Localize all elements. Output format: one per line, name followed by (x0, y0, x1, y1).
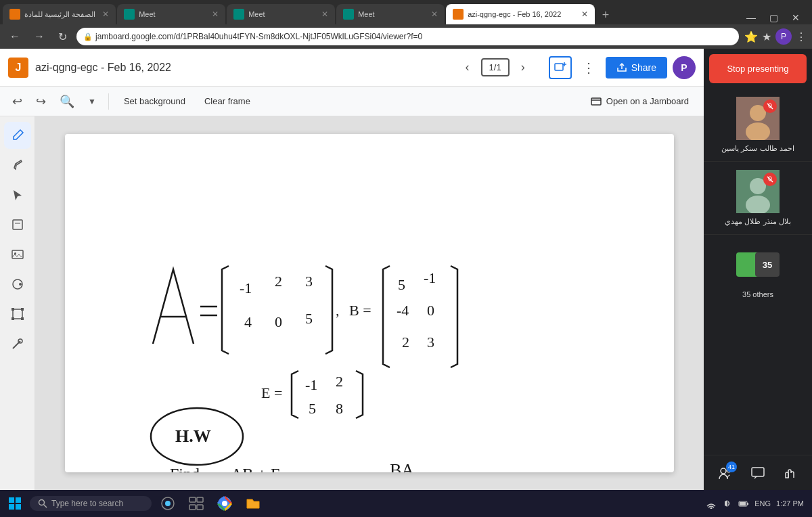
jamboard-logo: J (8, 58, 28, 78)
zoom-dropdown[interactable]: ▼ (84, 91, 100, 112)
back-button[interactable]: ← (5, 29, 24, 44)
svg-rect-13 (21, 308, 24, 311)
set-background-button[interactable]: Set background (117, 93, 192, 109)
share-icon (616, 62, 627, 73)
bookmark-icon[interactable]: ★ (762, 30, 771, 43)
tab-4-close[interactable]: ✕ (431, 9, 438, 19)
share-label: Share (631, 62, 656, 73)
svg-text:-1: -1 (305, 376, 317, 393)
tab-active-favicon (453, 9, 464, 20)
share-button[interactable]: Share (606, 57, 667, 78)
address-bar[interactable]: 🔒 jamboard.google.com/d/1PRBal40uhu4tFYN… (76, 28, 739, 45)
transform-tool[interactable] (4, 300, 31, 328)
circle-tool[interactable] (4, 271, 31, 298)
tab-active[interactable]: azi-qgng-egc - Feb 16, 2022 ✕ (446, 4, 595, 24)
menu-icon[interactable]: ⋮ (796, 30, 807, 43)
sticky-note-tool[interactable] (4, 211, 31, 238)
refresh-button[interactable]: ↻ (54, 29, 71, 45)
language-indicator: ENG (754, 499, 771, 508)
laser-tool[interactable] (4, 330, 31, 357)
next-slide-button[interactable]: › (512, 57, 534, 78)
taskbar-search[interactable]: Type here to search (30, 496, 152, 511)
slide-navigation: ‹ 1/1 › (457, 57, 534, 78)
svg-rect-68 (189, 497, 196, 502)
undo-button[interactable]: ↩ (8, 91, 26, 112)
svg-rect-0 (555, 64, 563, 70)
taskbar-chrome[interactable] (211, 491, 238, 516)
tab-3-close[interactable]: ✕ (321, 9, 328, 19)
svg-text:E =: E = (261, 384, 282, 401)
svg-rect-76 (747, 503, 748, 505)
tab-2[interactable]: Meet ✕ (117, 4, 225, 24)
svg-text:8: 8 (336, 400, 343, 417)
marker-tool[interactable] (4, 152, 31, 179)
extensions-icon[interactable]: ⭐ (744, 30, 758, 43)
user-avatar[interactable]: P (673, 56, 696, 79)
address-text: jamboard.google.com/d/1PRBal40uhu4tFYN-S… (95, 32, 422, 41)
browser-toolbar-icons: ⭐ ★ P ⋮ (744, 28, 807, 45)
page-indicator: 1/1 (481, 58, 510, 76)
tab-4-favicon (343, 9, 354, 20)
svg-rect-62 (9, 504, 14, 510)
people-button[interactable]: 41 (718, 466, 733, 480)
taskbar-files[interactable] (240, 491, 267, 516)
more-options-button[interactable]: ⋮ (577, 56, 600, 79)
image-tool[interactable] (4, 241, 31, 268)
minimize-button[interactable]: — (742, 11, 760, 24)
zoom-button[interactable]: 🔍 (55, 91, 78, 112)
start-button[interactable] (3, 491, 27, 516)
tab-1-close[interactable]: ✕ (102, 9, 109, 19)
svg-rect-70 (189, 505, 196, 510)
select-tool[interactable] (4, 181, 31, 208)
taskbar: Type here to search (0, 490, 812, 517)
svg-rect-61 (16, 497, 21, 503)
svg-rect-3 (591, 98, 601, 105)
raise-hand-button[interactable] (783, 466, 798, 480)
tab-1-title: الصفحة الرئيسية للمادة (24, 10, 95, 19)
stop-presenting-button[interactable]: Stop presenting (709, 54, 807, 83)
svg-line-50 (767, 104, 773, 109)
close-button[interactable]: ✕ (788, 11, 804, 24)
volume-icon (722, 498, 733, 509)
svg-rect-5 (13, 220, 22, 229)
tab-active-close[interactable]: ✕ (581, 9, 588, 19)
jam-toolbar: ↩ ↪ 🔍 ▼ Set background Clear frame Open … (0, 87, 704, 116)
clear-frame-button[interactable]: Clear frame (198, 93, 257, 109)
whiteboard-canvas[interactable]: -1 2 3 4 0 5 , B = (65, 134, 674, 472)
svg-point-10 (19, 283, 22, 286)
forward-button[interactable]: → (30, 29, 49, 44)
maximize-button[interactable]: ▢ (765, 11, 782, 24)
canvas-wrapper[interactable]: -1 2 3 4 0 5 , B = (35, 116, 704, 490)
svg-rect-69 (197, 497, 203, 502)
taskbar-item-1[interactable] (154, 491, 181, 516)
open-on-jamboard-button[interactable]: Open on a Jamboard (583, 93, 696, 110)
jamboard-main: J azi-qgng-egc - Feb 16, 2022 ‹ 1/1 › (0, 49, 704, 490)
participant-others: 35 35 others (704, 235, 812, 307)
clear-frame-label: Clear frame (204, 96, 250, 106)
tab-2-close[interactable]: ✕ (212, 9, 219, 19)
jam-actions: ⋮ Share P (549, 56, 696, 79)
left-tools (0, 116, 35, 490)
app-area: J azi-qgng-egc - Feb 16, 2022 ‹ 1/1 › (0, 49, 812, 490)
new-tab-button[interactable]: + (596, 5, 615, 24)
chat-icon (750, 466, 765, 480)
tab-4[interactable]: Meet ✕ (336, 4, 445, 24)
taskbar-item-2[interactable] (183, 491, 210, 516)
redo-button[interactable]: ↪ (32, 91, 50, 112)
search-placeholder: Type here to search (51, 499, 123, 508)
prev-slide-button[interactable]: ‹ (457, 57, 478, 78)
circle-icon (11, 277, 24, 291)
participant-2-mute-indicator (763, 173, 777, 186)
svg-point-8 (14, 252, 16, 254)
svg-text:5: 5 (309, 400, 316, 417)
svg-text:4: 4 (244, 313, 252, 330)
svg-point-57 (721, 468, 726, 474)
chat-button[interactable] (750, 466, 765, 480)
pen-tool[interactable] (4, 122, 31, 149)
clock: 1:27 PM (776, 499, 804, 508)
tab-3[interactable]: Meet ✕ (227, 4, 335, 24)
profile-icon[interactable]: P (775, 28, 792, 45)
add-slide-button[interactable] (549, 56, 572, 79)
tab-1[interactable]: الصفحة الرئيسية للمادة ✕ (3, 4, 116, 24)
stop-presenting-label: Stop presenting (727, 64, 788, 74)
